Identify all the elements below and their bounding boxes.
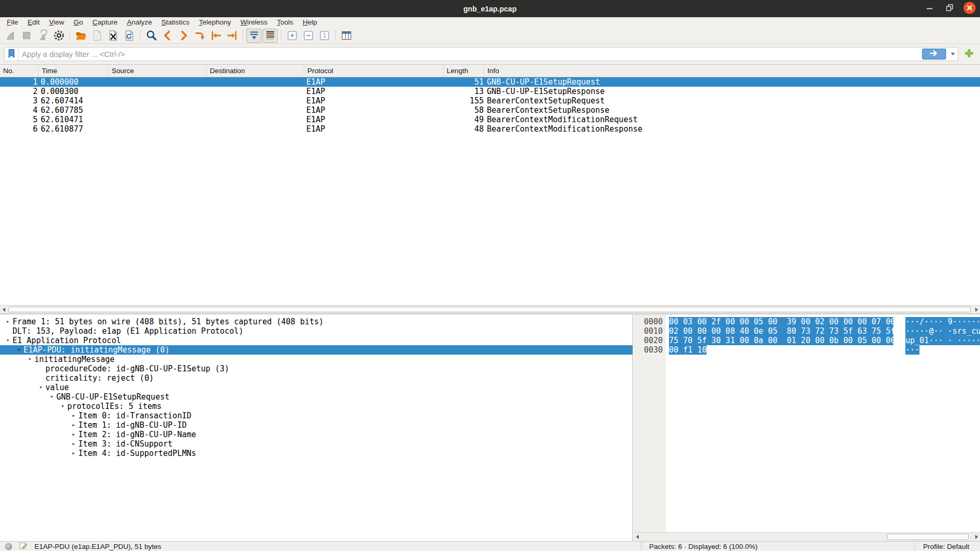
detail-row-3[interactable]: ▾E1AP-PDU: initiatingMessage (0) [0, 345, 632, 355]
packet-row-5[interactable]: 562.610471E1AP49BearerContextModificatio… [0, 115, 980, 124]
restore-button[interactable] [943, 3, 956, 15]
hex-bytes[interactable]: 02 00 00 00 08 40 0e 05 80 73 72 73 5f 6… [666, 326, 893, 336]
menu-statistics[interactable]: Statistics [157, 17, 194, 28]
hex-bytes[interactable]: 75 70 5f 30 31 00 0a 00 01 20 00 0b 00 0… [666, 336, 893, 345]
expander-open-icon[interactable]: ▾ [36, 383, 45, 392]
packet-row-3[interactable]: 362.607414E1AP155BearerContextSetupReque… [0, 96, 980, 105]
packet-row-2[interactable]: 20.000300E1AP13GNB-CU-UP-E1SetupResponse [0, 87, 980, 96]
hex-bytes[interactable]: 00 03 00 2f 00 00 05 00 39 00 02 00 00 0… [666, 317, 893, 326]
expander-closed-icon[interactable]: ▸ [3, 317, 13, 326]
ascii-bytes[interactable]: up_01··· · ······ [893, 336, 980, 345]
menu-capture[interactable]: Capture [88, 17, 122, 28]
scrollbar-thumb[interactable] [887, 534, 969, 540]
expander-open-icon[interactable]: ▾ [25, 355, 34, 364]
expander-closed-icon[interactable]: ▸ [69, 449, 78, 458]
column-header-destination[interactable]: Destination [207, 65, 304, 77]
hex-row-0020[interactable]: 002075 70 5f 30 31 00 0a 00 01 20 00 0b … [634, 336, 980, 345]
detail-row-8[interactable]: ▾GNB-CU-UP-E1SetupRequest [0, 392, 632, 402]
filter-bookmark-button[interactable] [5, 48, 19, 61]
expander-open-icon[interactable]: ▾ [58, 402, 67, 411]
menu-edit[interactable]: Edit [23, 17, 44, 28]
capture-options-button[interactable] [51, 29, 66, 43]
column-header-protocol[interactable]: Protocol [304, 65, 444, 77]
detail-row-9[interactable]: ▾protocolIEs: 5 items [0, 402, 632, 411]
hex-row-0000[interactable]: 000000 03 00 2f 00 00 05 00 39 00 02 00 … [634, 317, 980, 326]
hex-row-0010[interactable]: 001002 00 00 00 08 40 0e 05 80 73 72 73 … [634, 326, 980, 336]
detail-row-7[interactable]: ▾value [0, 383, 632, 392]
expander-closed-icon[interactable]: ▸ [69, 430, 78, 439]
scrollbar-thumb[interactable] [8, 307, 971, 312]
detail-row-0[interactable]: ▸Frame 1: 51 bytes on wire (408 bits), 5… [0, 317, 632, 326]
filter-dropdown-button[interactable] [948, 48, 958, 61]
menu-tools[interactable]: Tools [272, 17, 298, 28]
zoom-in-button[interactable] [284, 29, 300, 43]
menu-help[interactable]: Help [298, 17, 322, 28]
menu-wireless[interactable]: Wireless [236, 17, 272, 28]
file-close-button[interactable] [105, 29, 121, 43]
menu-telephony[interactable]: Telephony [194, 17, 236, 28]
profile-text[interactable]: Profile: Default [923, 542, 970, 551]
zoom-original-button[interactable]: 1 [317, 29, 332, 43]
display-filter-input[interactable] [19, 50, 922, 58]
capture-comment-button[interactable] [19, 542, 28, 551]
detail-row-13[interactable]: ▸Item 3: id-CNSupport [0, 439, 632, 449]
detail-row-1[interactable]: DLT: 153, Payload: e1ap (E1 Application … [0, 326, 632, 336]
ascii-bytes[interactable]: ···/···· 9······· [893, 317, 980, 326]
menu-file[interactable]: File [2, 17, 23, 28]
detail-row-14[interactable]: ▸Item 4: id-SupportedPLMNs [0, 449, 632, 458]
file-reload-button[interactable] [122, 29, 137, 43]
detail-row-6[interactable]: criticality: reject (0) [0, 373, 632, 383]
menu-view[interactable]: View [44, 17, 69, 28]
column-header-info[interactable]: Info [484, 65, 980, 77]
column-header-time[interactable]: Time [39, 65, 109, 77]
minimize-button[interactable] [924, 3, 936, 15]
packet-row-4[interactable]: 462.607785E1AP58BearerContextSetupRespon… [0, 105, 980, 115]
cell-protocol: E1AP [304, 87, 444, 96]
expander-closed-icon[interactable]: ▸ [69, 439, 78, 449]
expander-open-icon[interactable]: ▾ [47, 392, 56, 402]
file-open-button[interactable] [73, 29, 88, 43]
add-filter-button[interactable] [962, 48, 976, 61]
expert-info-button[interactable] [5, 542, 12, 551]
column-header-source[interactable]: Source [109, 65, 207, 77]
apply-filter-button[interactable] [922, 49, 946, 60]
menu-go[interactable]: Go [69, 17, 88, 28]
go-last-button[interactable] [224, 29, 240, 43]
column-header-length[interactable]: Length [444, 65, 484, 77]
expander-closed-icon[interactable]: ▸ [69, 420, 78, 430]
display-filter-field[interactable] [4, 47, 958, 61]
scroll-right-arrow[interactable] [973, 306, 980, 313]
zoom-out-icon [302, 29, 315, 42]
go-back-button[interactable] [160, 29, 175, 43]
detail-row-11[interactable]: ▸Item 1: id-gNB-CU-UP-ID [0, 420, 632, 430]
go-to-packet-button[interactable] [192, 29, 207, 43]
detail-row-4[interactable]: ▾initiatingMessage [0, 355, 632, 364]
expander-open-icon[interactable]: ▾ [3, 336, 13, 345]
expander-open-icon[interactable]: ▾ [14, 345, 23, 355]
scroll-left-arrow[interactable] [634, 533, 641, 541]
scroll-left-arrow[interactable] [0, 306, 7, 313]
find-packet-button[interactable] [144, 29, 159, 43]
go-forward-button[interactable] [176, 29, 191, 43]
scroll-right-arrow[interactable] [973, 533, 980, 541]
hex-bytes[interactable]: 00 f1 10 [666, 345, 893, 355]
close-button[interactable] [963, 3, 976, 15]
column-header-no[interactable]: No. [0, 65, 39, 77]
packet-row-1[interactable]: 10.000000E1AP51GNB-CU-UP-E1SetupRequest [0, 77, 980, 87]
resize-columns-button[interactable] [339, 29, 354, 43]
detail-row-10[interactable]: ▸Item 0: id-TransactionID [0, 411, 632, 420]
detail-row-2[interactable]: ▾E1 Application Protocol [0, 336, 632, 345]
expander-closed-icon[interactable]: ▸ [69, 411, 78, 420]
auto-scroll-button[interactable] [246, 29, 261, 43]
colorize-button[interactable] [262, 29, 278, 43]
go-first-button[interactable] [208, 29, 223, 43]
detail-row-12[interactable]: ▸Item 2: id-gNB-CU-UP-Name [0, 430, 632, 439]
zoom-out-button[interactable] [301, 29, 316, 43]
detail-row-5[interactable]: procedureCode: id-gNB-CU-UP-E1Setup (3) [0, 364, 632, 373]
packet-row-6[interactable]: 662.610877E1AP48BearerContextModificatio… [0, 124, 980, 134]
hex-row-0030[interactable]: 003000 f1 10··· [634, 345, 980, 355]
cell-time: 0.000300 [39, 87, 109, 96]
ascii-bytes[interactable]: ··· [893, 345, 919, 355]
ascii-bytes[interactable]: ·····@·· ·srs_cu_ [893, 326, 980, 336]
menu-analyze[interactable]: Analyze [122, 17, 157, 28]
